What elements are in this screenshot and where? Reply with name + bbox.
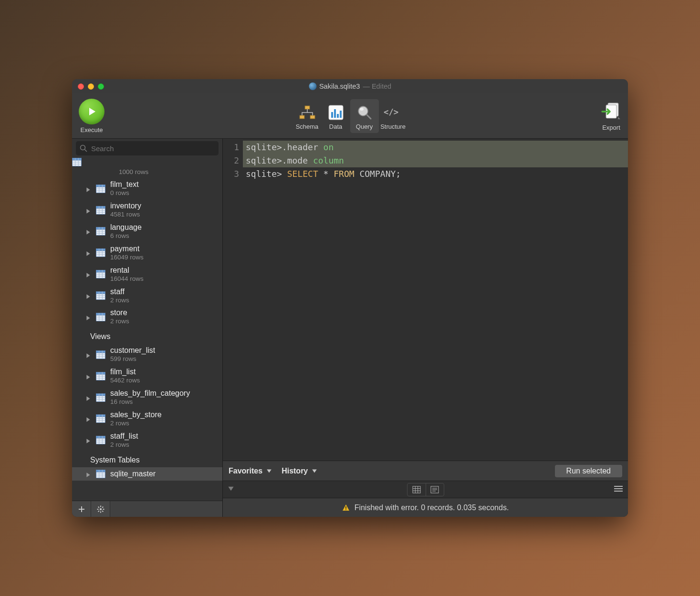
- warning-icon: [342, 504, 350, 512]
- structure-icon: </>: [384, 102, 403, 123]
- item-rows: 16 rows: [110, 398, 190, 406]
- item-rows: 2 rows: [110, 420, 162, 428]
- line-gutter: 1 2 3: [223, 139, 243, 461]
- titlebar[interactable]: Sakila.sqlite3 — Edited: [72, 79, 628, 93]
- tree-item-customer_list[interactable]: customer_list599 rows: [72, 344, 222, 365]
- code-area[interactable]: sqlite>.header on sqlite>.mode column sq…: [243, 139, 628, 461]
- tab-query[interactable]: Query: [350, 99, 379, 133]
- table-icon: [96, 372, 105, 380]
- sidebar: 1000 rows film_text0 rowsinventory4581 r…: [72, 139, 223, 517]
- svg-rect-30: [102, 510, 104, 512]
- schema-tree[interactable]: 1000 rows film_text0 rowsinventory4581 r…: [72, 158, 222, 501]
- tree-item-staff_list[interactable]: staff_list2 rows: [72, 430, 222, 451]
- grid-view-button[interactable]: [407, 483, 426, 496]
- svg-rect-43: [345, 506, 346, 509]
- edited-label: — Edited: [363, 82, 391, 90]
- minimize-window-button[interactable]: [88, 83, 94, 90]
- export-button[interactable]: Export: [601, 101, 621, 131]
- code-line-3[interactable]: sqlite> SELECT * FROM COMPANY;: [243, 167, 628, 181]
- table-icon: [96, 227, 105, 236]
- svg-line-21: [85, 150, 87, 152]
- tree-item-film_list[interactable]: film_list5462 rows: [72, 365, 222, 387]
- status-message: Finished with error. 0 records. 0.035 se…: [355, 504, 509, 512]
- collapse-results-button[interactable]: [228, 485, 234, 494]
- disclosure-icon[interactable]: [85, 228, 91, 234]
- tree-item-language[interactable]: language6 rows: [72, 221, 222, 242]
- search-field: [72, 139, 222, 158]
- tree-item-inventory[interactable]: inventory4581 rows: [72, 199, 222, 221]
- tree-item-staff[interactable]: staff2 rows: [72, 285, 222, 307]
- tree-item-store[interactable]: store2 rows: [72, 306, 222, 328]
- search-input[interactable]: [76, 141, 219, 155]
- item-rows: 2 rows: [110, 297, 129, 305]
- file-name: Sakila.sqlite3: [319, 82, 360, 90]
- tree-item-film_text[interactable]: film_text0 rows: [72, 178, 222, 199]
- disclosure-icon[interactable]: [85, 186, 91, 192]
- disclosure-icon[interactable]: [85, 437, 91, 443]
- disclosure-icon[interactable]: [85, 293, 91, 298]
- tree-item-sqlite_master[interactable]: sqlite_master: [72, 467, 222, 481]
- close-window-button[interactable]: [78, 83, 84, 90]
- view-tabs: Schema Data: [293, 99, 407, 133]
- partial-table-row[interactable]: 1000 rows: [72, 158, 222, 178]
- svg-rect-28: [97, 510, 99, 512]
- favorites-dropdown[interactable]: Favorites: [229, 467, 272, 475]
- menu-icon: [614, 485, 623, 492]
- item-rows: 6 rows: [110, 232, 142, 240]
- disclosure-icon[interactable]: [85, 416, 91, 421]
- disclosure-icon[interactable]: [85, 395, 91, 401]
- item-rows: 16044 rows: [110, 275, 144, 283]
- item-name: film_list: [110, 367, 140, 377]
- svg-rect-26: [103, 509, 104, 510]
- tab-structure[interactable]: </> Structure: [379, 99, 407, 133]
- svg-rect-7: [300, 115, 304, 119]
- table-icon: [96, 313, 105, 321]
- search-icon: [80, 144, 87, 152]
- table-icon: [96, 414, 105, 423]
- tab-data[interactable]: Data: [322, 99, 350, 133]
- tab-schema[interactable]: Schema: [293, 99, 322, 133]
- tree-item-sales_by_store[interactable]: sales_by_store2 rows: [72, 408, 222, 430]
- svg-rect-11: [334, 109, 336, 118]
- system-tables-header: System Tables: [72, 451, 222, 467]
- disclosure-icon[interactable]: [85, 373, 91, 379]
- item-rows: 4581 rows: [110, 211, 141, 219]
- code-line-2[interactable]: sqlite>.mode column: [243, 154, 628, 167]
- svg-rect-12: [337, 114, 339, 118]
- text-view-button[interactable]: [426, 483, 444, 496]
- table-icon: [96, 206, 105, 215]
- svg-rect-23: [100, 505, 101, 507]
- main-toolbar: Execute Schema: [72, 93, 628, 139]
- zoom-window-button[interactable]: [98, 83, 104, 90]
- tree-item-rental[interactable]: rental16044 rows: [72, 264, 222, 285]
- disclosure-icon[interactable]: [85, 471, 91, 477]
- tree-item-sales_by_film_category[interactable]: sales_by_film_category16 rows: [72, 387, 222, 408]
- disclosure-icon[interactable]: [85, 314, 91, 320]
- settings-button[interactable]: [91, 501, 110, 517]
- disclosure-icon[interactable]: [85, 207, 91, 213]
- disclosure-icon[interactable]: [85, 352, 91, 358]
- traffic-lights: [78, 83, 104, 90]
- item-rows: 5462 rows: [110, 377, 140, 385]
- item-name: sqlite_master: [110, 469, 156, 479]
- history-dropdown[interactable]: History: [282, 467, 317, 475]
- execute-button[interactable]: Execute: [79, 99, 104, 134]
- status-bar: Finished with error. 0 records. 0.035 se…: [223, 498, 628, 517]
- item-name: sales_by_store: [110, 410, 162, 420]
- svg-rect-10: [331, 112, 333, 118]
- disclosure-icon[interactable]: [85, 271, 91, 277]
- run-selected-button[interactable]: Run selected: [555, 465, 622, 477]
- table-icon: [96, 248, 105, 257]
- grid-icon: [412, 486, 421, 493]
- svg-rect-13: [340, 111, 342, 118]
- sql-editor[interactable]: 1 2 3 sqlite>.header on sqlite>.mode col…: [223, 139, 628, 461]
- item-name: sales_by_film_category: [110, 389, 190, 398]
- text-icon: [430, 486, 439, 493]
- result-menu-button[interactable]: [614, 485, 623, 494]
- code-line-1[interactable]: sqlite>.header on: [243, 141, 628, 154]
- svg-text:</>: </>: [384, 107, 398, 117]
- add-button[interactable]: [72, 501, 91, 517]
- disclosure-icon[interactable]: [85, 250, 91, 256]
- svg-point-15: [360, 108, 364, 111]
- tree-item-payment[interactable]: payment16049 rows: [72, 242, 222, 264]
